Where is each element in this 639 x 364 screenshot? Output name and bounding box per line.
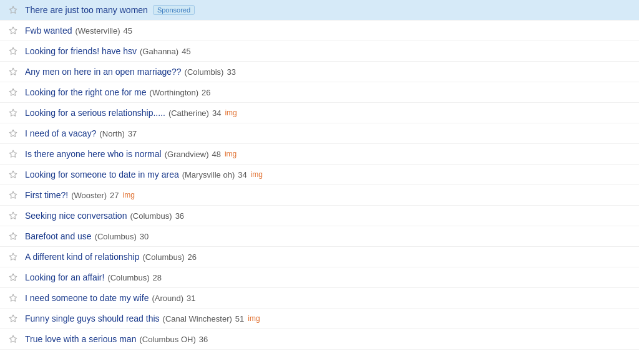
item-count: 27 bbox=[110, 191, 119, 200]
star-icon[interactable] bbox=[7, 292, 19, 304]
item-title[interactable]: Seeking nice conversation bbox=[25, 211, 127, 221]
item-location: (Catherine) bbox=[168, 108, 209, 118]
item-meta: Looking for friends! have hsv(Gahanna)45 bbox=[25, 46, 191, 56]
star-icon[interactable] bbox=[7, 231, 19, 242]
star-icon[interactable] bbox=[7, 87, 19, 98]
item-count: 31 bbox=[187, 294, 195, 303]
item-meta: A different kind of relationship(Columbu… bbox=[25, 252, 197, 262]
list-item: Seeking nice conversation(Columbus)36 bbox=[0, 206, 639, 226]
list-item: Looking for the right one for me(Worthin… bbox=[0, 82, 639, 103]
item-title[interactable]: Fwb wanted bbox=[25, 26, 72, 36]
item-title[interactable]: There are just too many women bbox=[25, 5, 148, 15]
item-title[interactable]: I need of a vacay? bbox=[25, 128, 96, 138]
img-badge: img bbox=[248, 314, 260, 323]
item-meta: Looking for a serious relationship.....(… bbox=[25, 108, 237, 118]
img-badge: img bbox=[225, 108, 237, 117]
item-title[interactable]: Any men on here in an open marriage?? bbox=[25, 67, 182, 77]
item-title[interactable]: True love with a serious man bbox=[25, 334, 136, 344]
item-meta: Fwb wanted(Westerville)45 bbox=[25, 26, 132, 36]
star-icon[interactable] bbox=[7, 128, 19, 139]
item-title[interactable]: Funny single guys should read this bbox=[25, 314, 160, 323]
item-location: (Gahanna) bbox=[140, 47, 178, 56]
list-item: Looking for someone to date in my area(M… bbox=[0, 165, 639, 185]
list-item: A different kind of relationship(Columbu… bbox=[0, 247, 639, 267]
item-count: 48 bbox=[212, 150, 220, 159]
item-location: (Columbus) bbox=[95, 232, 137, 241]
list-item: Looking for an affair!(Columbus)28 bbox=[0, 267, 639, 288]
item-location: (Columbus) bbox=[130, 211, 172, 221]
item-meta: Looking for an affair!(Columbus)28 bbox=[25, 272, 162, 282]
item-count: 37 bbox=[128, 129, 137, 138]
list-item: There are just too many womenSponsored bbox=[0, 0, 639, 21]
item-meta: Is there anyone here who is normal(Grand… bbox=[25, 149, 237, 159]
item-title[interactable]: Looking for the right one for me bbox=[25, 87, 147, 97]
svg-marker-11 bbox=[9, 232, 17, 239]
item-count: 28 bbox=[153, 273, 162, 282]
item-location: (Grandview) bbox=[165, 150, 209, 159]
item-title[interactable]: Is there anyone here who is normal bbox=[25, 149, 162, 159]
item-location: (Columbus) bbox=[107, 273, 149, 282]
item-title[interactable]: Looking for an affair! bbox=[25, 272, 104, 282]
star-icon[interactable] bbox=[7, 66, 19, 77]
item-location: (Columbus OH) bbox=[139, 335, 195, 344]
item-location: (North) bbox=[99, 129, 124, 138]
item-title[interactable]: First time?! bbox=[25, 190, 68, 200]
svg-marker-12 bbox=[9, 253, 17, 260]
star-icon[interactable] bbox=[7, 46, 19, 57]
star-icon[interactable] bbox=[7, 210, 19, 221]
star-icon[interactable] bbox=[7, 189, 19, 201]
item-meta: True love with a serious man(Columbus OH… bbox=[25, 334, 208, 344]
item-location: (Marysville oh) bbox=[182, 170, 235, 180]
img-badge: img bbox=[123, 191, 135, 199]
star-icon[interactable] bbox=[7, 4, 19, 16]
star-icon[interactable] bbox=[7, 25, 19, 36]
svg-marker-8 bbox=[9, 171, 17, 178]
item-title[interactable]: Looking for friends! have hsv bbox=[25, 46, 137, 56]
item-title[interactable]: A different kind of relationship bbox=[25, 252, 139, 262]
svg-marker-0 bbox=[9, 6, 17, 13]
svg-marker-10 bbox=[9, 212, 17, 219]
list-item: Looking for friends! have hsv(Gahanna)45 bbox=[0, 41, 639, 62]
item-count: 30 bbox=[140, 232, 149, 241]
item-meta: Seeking nice conversation(Columbus)36 bbox=[25, 211, 184, 221]
item-meta: There are just too many womenSponsored bbox=[25, 5, 195, 15]
star-icon[interactable] bbox=[7, 169, 19, 180]
item-meta: Any men on here in an open marriage??(Co… bbox=[25, 67, 236, 77]
star-icon[interactable] bbox=[7, 272, 19, 283]
list-item: Is there anyone here who is normal(Grand… bbox=[0, 144, 639, 165]
list-item: First time?!(Wooster)27img bbox=[0, 185, 639, 206]
img-badge: img bbox=[251, 170, 263, 179]
star-icon[interactable] bbox=[7, 313, 19, 324]
star-icon[interactable] bbox=[7, 333, 19, 345]
item-title[interactable]: I need someone to date my wife bbox=[25, 293, 149, 303]
item-meta: Funny single guys should read this(Canal… bbox=[25, 314, 260, 323]
svg-marker-6 bbox=[9, 130, 17, 136]
star-icon[interactable] bbox=[7, 107, 19, 118]
item-location: (Columbus) bbox=[142, 252, 184, 262]
svg-marker-1 bbox=[9, 27, 17, 34]
item-count: 33 bbox=[227, 67, 235, 77]
svg-marker-16 bbox=[9, 335, 17, 342]
list-item: True love with a serious man(Columbus OH… bbox=[0, 329, 639, 350]
item-location: (Wooster) bbox=[71, 191, 107, 200]
item-title[interactable]: Looking for someone to date in my area bbox=[25, 170, 179, 180]
svg-marker-4 bbox=[9, 89, 17, 95]
item-meta: Barefoot and use(Columbus)30 bbox=[25, 231, 149, 241]
item-meta: I need of a vacay?(North)37 bbox=[25, 128, 137, 138]
item-meta: I need someone to date my wife(Around)31 bbox=[25, 293, 196, 303]
sponsored-badge: Sponsored bbox=[153, 5, 195, 15]
star-icon[interactable] bbox=[7, 251, 19, 262]
item-count: 45 bbox=[182, 47, 190, 56]
list-item: Fwb wanted(Westerville)45 bbox=[0, 21, 639, 41]
item-meta: Looking for someone to date in my area(M… bbox=[25, 170, 263, 180]
item-location: (Worthington) bbox=[150, 88, 199, 97]
list-item: Funny single guys should read this(Canal… bbox=[0, 309, 639, 329]
item-count: 26 bbox=[188, 252, 197, 262]
img-badge: img bbox=[225, 150, 237, 158]
item-count: 36 bbox=[175, 211, 184, 221]
item-count: 26 bbox=[202, 88, 210, 97]
star-icon[interactable] bbox=[7, 148, 19, 160]
item-count: 34 bbox=[212, 108, 221, 118]
item-title[interactable]: Barefoot and use bbox=[25, 231, 92, 241]
item-title[interactable]: Looking for a serious relationship..... bbox=[25, 108, 165, 118]
